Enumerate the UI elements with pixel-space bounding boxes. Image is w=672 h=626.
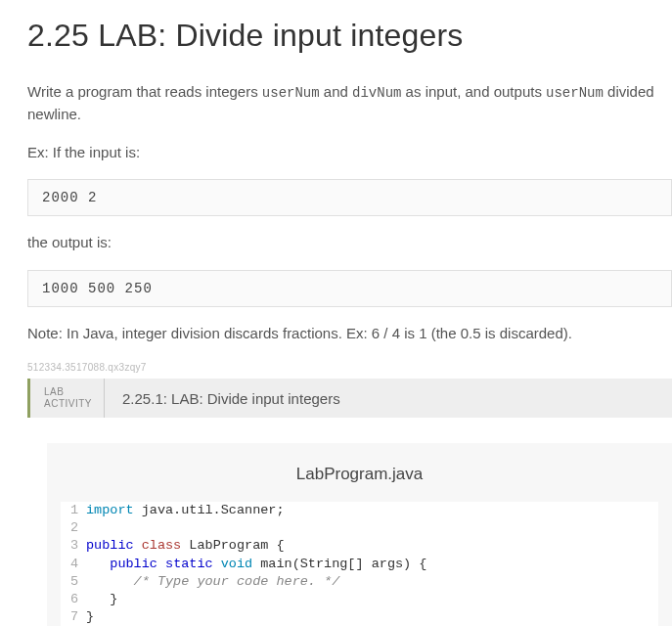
line-number: 7 — [61, 608, 86, 626]
code-text[interactable]: public static void main(String[] args) { — [86, 556, 658, 573]
code-line[interactable]: 4 public static void main(String[] args)… — [61, 556, 658, 573]
code-text[interactable]: /* Type your code here. */ — [86, 573, 658, 591]
code-line[interactable]: 3public class LabProgram { — [61, 537, 658, 555]
intro-text: Write a program that reads integers — [27, 83, 262, 100]
code-text[interactable]: public class LabProgram { — [86, 537, 658, 555]
intro-text: as input, and outputs — [401, 83, 546, 100]
line-number: 4 — [61, 556, 86, 573]
filename-tab[interactable]: LabProgram.java — [47, 459, 672, 502]
code-text[interactable]: } — [86, 591, 658, 608]
code-text[interactable] — [86, 519, 658, 537]
intro-code-usernum-2: userNum — [546, 85, 604, 101]
activity-badge: LAB ACTIVITY — [30, 379, 105, 418]
code-line[interactable]: 6 } — [61, 591, 658, 608]
activity-badge-line1: LAB — [44, 386, 92, 398]
code-line[interactable]: 1import java.util.Scanner; — [61, 502, 658, 519]
example-output-label: the output is: — [27, 232, 672, 254]
line-number: 5 — [61, 573, 86, 591]
note-paragraph: Note: In Java, integer division discards… — [27, 323, 672, 345]
activity-badge-line2: ACTIVITY — [44, 398, 92, 410]
intro-code-divnum: divNum — [352, 85, 401, 101]
code-line[interactable]: 5 /* Type your code here. */ — [61, 573, 658, 591]
intro-text: and — [320, 83, 352, 100]
page-title: 2.25 LAB: Divide input integers — [27, 18, 672, 54]
line-number: 2 — [61, 519, 86, 537]
example-output-block: 1000 500 250 — [27, 270, 672, 307]
code-text[interactable]: } — [86, 608, 658, 626]
example-input-label: Ex: If the input is: — [27, 142, 672, 164]
code-line[interactable]: 2 — [61, 519, 658, 537]
example-input-block: 2000 2 — [27, 179, 672, 216]
code-text[interactable]: import java.util.Scanner; — [86, 502, 658, 519]
activity-header: LAB ACTIVITY 2.25.1: LAB: Divide input i… — [27, 379, 672, 418]
intro-paragraph: Write a program that reads integers user… — [27, 81, 672, 126]
code-line[interactable]: 7} — [61, 608, 658, 626]
code-editor-panel: LabProgram.java 1import java.util.Scanne… — [47, 443, 672, 626]
line-number: 1 — [61, 502, 86, 519]
question-id: 512334.3517088.qx3zqy7 — [27, 362, 672, 373]
line-number: 6 — [61, 591, 86, 608]
line-number: 3 — [61, 537, 86, 555]
activity-title: 2.25.1: LAB: Divide input integers — [105, 390, 358, 407]
intro-code-usernum: userNum — [262, 85, 320, 101]
code-editor[interactable]: 1import java.util.Scanner;23public class… — [61, 502, 658, 626]
